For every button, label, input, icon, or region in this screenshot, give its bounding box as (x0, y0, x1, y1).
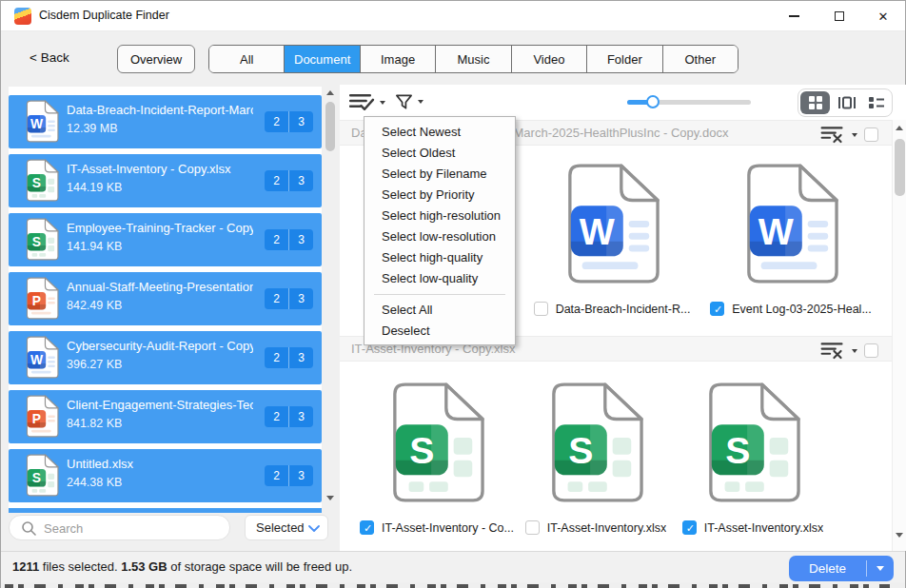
menu-item-deselect[interactable]: Deselect (364, 321, 515, 342)
tab-music[interactable]: Music (436, 46, 511, 72)
back-button[interactable]: < Back (30, 50, 69, 65)
tab-document[interactable]: Document (285, 46, 360, 72)
duplicate-count-badges[interactable]: 2 3 (265, 229, 313, 250)
scroll-down-icon[interactable] (326, 496, 334, 500)
thumbnail-zoom-slider[interactable] (627, 100, 751, 105)
overview-button[interactable]: Overview (117, 45, 195, 73)
list-view-icon (869, 96, 884, 109)
file-tile[interactable]: Event Log-03-2025-Heal... (705, 163, 876, 316)
total-count-badge: 3 (288, 288, 313, 309)
dropdown-caret-icon[interactable] (852, 133, 857, 137)
file-size: 141.94 KB (67, 240, 122, 253)
menu-item-select-low-resolution[interactable]: Select low-resolution (364, 226, 515, 247)
list-item[interactable]: Employee-Training-Tracker - Copy.... 141… (9, 213, 322, 266)
scroll-up-icon[interactable] (326, 90, 334, 95)
duplicate-count-badges[interactable]: 2 3 (265, 465, 313, 486)
status-text: 1211 files selected. 1.53 GB of storage … (12, 559, 352, 574)
total-count-badge: 3 (288, 406, 313, 427)
delete-options-caret[interactable] (867, 566, 894, 571)
duplicate-count-badges[interactable]: 2 3 (265, 347, 313, 368)
file-tile[interactable]: Data-Breach-Incident-R... (526, 163, 698, 316)
delete-button[interactable]: Delete (789, 556, 894, 581)
menu-item-select-low-quality[interactable]: Select low-quality (364, 268, 515, 289)
excel-file-icon (547, 382, 644, 503)
file-size: 244.38 KB (67, 476, 122, 489)
select-dropdown-menu: Select Newest Select Oldest Select by Fi… (364, 116, 516, 345)
tab-other[interactable]: Other (663, 46, 738, 72)
menu-item-select-all[interactable]: Select All (364, 300, 515, 321)
scrollbar-thumb[interactable] (895, 139, 905, 196)
scroll-up-icon[interactable] (896, 126, 903, 130)
tab-video[interactable]: Video (512, 46, 587, 72)
excel-file-icon (388, 382, 485, 503)
tab-folder[interactable]: Folder (587, 46, 662, 72)
deselect-list-icon[interactable] (820, 126, 845, 144)
total-count-badge: 3 (288, 229, 313, 250)
filter-button[interactable] (395, 93, 423, 110)
slider-thumb[interactable] (646, 95, 660, 108)
sidebar-scrollbar[interactable] (325, 87, 337, 507)
close-button[interactable]: ✕ (861, 1, 905, 31)
powerpoint-file-icon (25, 277, 59, 320)
freed-space-size: 1.53 GB (121, 559, 167, 574)
scroll-down-icon[interactable] (896, 533, 903, 538)
preview-view-button[interactable] (832, 89, 861, 116)
group-checkbox[interactable] (864, 127, 878, 142)
tab-image[interactable]: Image (361, 46, 436, 72)
list-item[interactable]: Cybersecurity-Audit-Report - Copy.... 39… (9, 331, 322, 384)
minimize-button[interactable] (772, 1, 816, 31)
menu-item-select-newest[interactable]: Select Newest (364, 122, 515, 143)
group-checkbox[interactable] (864, 343, 878, 358)
file-checkbox[interactable] (710, 302, 724, 316)
menu-item-select-by-priority[interactable]: Select by Priority (364, 185, 515, 206)
file-checkbox[interactable] (534, 302, 548, 316)
scrollbar-thumb[interactable] (325, 102, 335, 151)
dropdown-caret-icon (380, 101, 385, 105)
content-scrollbar[interactable] (892, 120, 906, 551)
word-file-icon (563, 163, 660, 284)
bottom-edge-strip (1, 582, 905, 588)
search-input[interactable] (42, 518, 222, 539)
menu-item-select-oldest[interactable]: Select Oldest (364, 143, 515, 164)
word-file-icon (25, 336, 59, 379)
maximize-button[interactable] (817, 1, 861, 31)
list-item[interactable]: Untitled.xlsx 244.38 KB 2 3 (9, 449, 322, 502)
duplicate-count-badges[interactable]: 2 3 (265, 406, 313, 427)
deselect-list-icon[interactable] (820, 342, 845, 360)
menu-item-select-high-resolution[interactable]: Select high-resolution (364, 206, 515, 226)
select-menu-button[interactable] (349, 92, 385, 112)
grid-view-button[interactable] (800, 91, 830, 114)
menu-separator (374, 294, 505, 295)
list-view-button[interactable] (862, 89, 892, 116)
chevron-down-icon (308, 525, 320, 532)
selected-count-badge: 2 (265, 465, 288, 486)
list-item[interactable]: Client-Engagement-Strategies-Tech... 841… (9, 390, 322, 443)
preview-view-icon (838, 96, 856, 109)
file-name: Untitled.xlsx (67, 457, 253, 471)
menu-item-select-high-quality[interactable]: Select high-quality (364, 247, 515, 268)
dropdown-caret-icon[interactable] (852, 349, 857, 353)
file-checkbox[interactable] (360, 520, 374, 535)
file-checkbox[interactable] (682, 520, 697, 535)
list-item[interactable]: Annual-Staff-Meeting-Presentation... 842… (9, 272, 322, 325)
maximize-icon (835, 11, 844, 21)
duplicate-count-badges[interactable]: 2 3 (265, 111, 313, 132)
menu-item-select-by-filename[interactable]: Select by Filename (364, 164, 515, 185)
partially-visible-list-item (9, 508, 322, 513)
duplicate-count-badges[interactable]: 2 3 (265, 170, 313, 191)
selected-filter-dropdown[interactable]: Selected (245, 515, 328, 540)
window-title: Cisdem Duplicate Finder (39, 9, 169, 22)
top-toolbar: < Back Overview All Document Image Music… (1, 31, 905, 85)
file-tile[interactable]: IT-Asset-Inventory.xlsx (510, 382, 681, 535)
duplicate-count-badges[interactable]: 2 3 (265, 288, 313, 309)
file-name: Data-Breach-Incident-Report-Marc... (67, 103, 253, 117)
tab-all[interactable]: All (209, 46, 285, 72)
selected-count-badge: 2 (265, 347, 288, 368)
list-item[interactable]: IT-Asset-Inventory - Copy.xlsx 144.19 KB… (9, 154, 322, 207)
file-tile[interactable]: IT-Asset-Inventory - Co... (351, 382, 522, 535)
list-item[interactable]: Data-Breach-Incident-Report-Marc... 12.3… (9, 95, 322, 148)
search-box[interactable] (9, 515, 230, 540)
file-tile[interactable]: IT-Asset-Inventory.xlsx (667, 382, 838, 535)
file-checkbox[interactable] (525, 520, 540, 535)
file-size: 144.19 KB (67, 181, 122, 194)
